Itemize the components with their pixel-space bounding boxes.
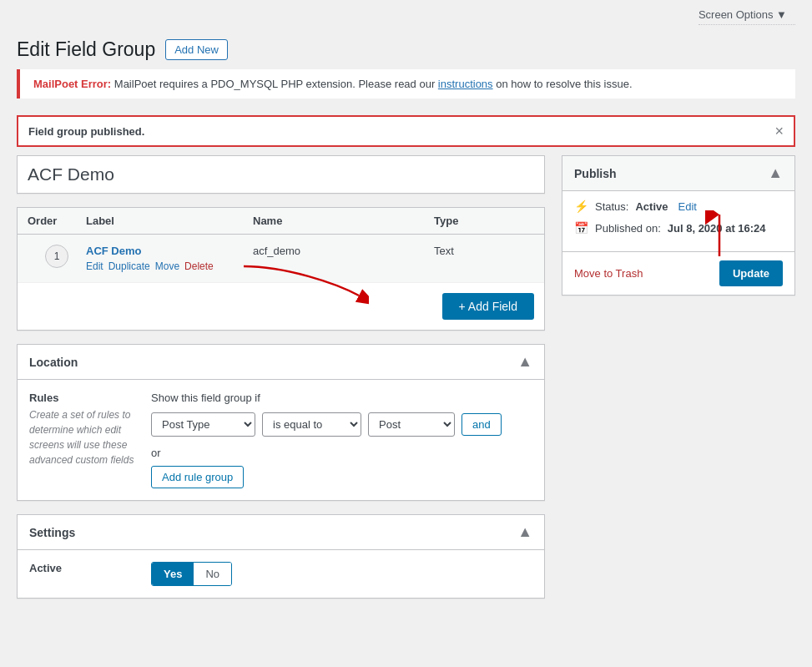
error-message: MailPoet requires a PDO_MYSQL PHP extens… [114,78,438,90]
location-toggle-icon: ▲ [517,353,532,371]
settings-content: Active Yes No [18,550,544,598]
status-label: Status: [595,200,628,213]
location-header[interactable]: Location ▲ [18,345,544,380]
status-edit-link[interactable]: Edit [678,200,697,213]
settings-header[interactable]: Settings ▲ [18,515,544,550]
settings-title: Settings [29,526,75,539]
toggle-no[interactable]: No [194,563,231,585]
table-row: 1 ACF Demo Edit Duplicate Move Delete [18,235,544,283]
update-button[interactable]: Update [719,260,783,286]
field-order: 1 [28,245,86,268]
publish-box: Publish ▲ ⚡ Status: Active Edit 📅 Publis… [562,155,795,296]
fields-table-header: Order Label Name Type [18,208,544,235]
publish-toggle-icon: ▲ [768,164,783,182]
error-suffix: on how to resolve this issue. [496,78,632,90]
page-title: Edit Field Group [17,38,155,61]
publish-title: Publish [574,167,617,180]
published-row: 📅 Published on: Jul 8, 2020 at 16:24 [574,221,783,235]
publish-box-header[interactable]: Publish ▲ [562,156,794,191]
or-label: or [151,447,532,459]
status-row: ⚡ Status: Active Edit [574,200,783,213]
and-button[interactable]: and [461,413,502,436]
rules-right: Show this field group if Post Type Page … [151,392,532,488]
field-group-title-input[interactable] [28,164,534,184]
field-group-title-box [17,155,545,194]
publish-footer: Move to Trash Update [562,251,794,295]
order-badge: 1 [45,245,68,268]
error-notice: MailPoet Error: MailPoet requires a PDO_… [17,69,795,99]
rules-row: Post Type Page Template Post Category is… [151,412,532,437]
col-order: Order [28,215,86,227]
rules-label: Rules [29,392,138,404]
field-name-cell: acf_demo [253,245,434,257]
condition-select[interactable]: Post Type Page Template Post Category [151,412,255,437]
error-link[interactable]: instructions [438,78,493,90]
add-rule-group-button[interactable]: Add rule group [151,466,244,488]
active-toggle[interactable]: Yes No [151,562,532,586]
delete-field-link[interactable]: Delete [184,260,214,272]
toggle-btn: Yes No [151,562,232,586]
add-field-button[interactable]: + Add Field [442,293,534,320]
settings-toggle-icon: ▲ [517,523,532,541]
add-field-area: + Add Field [18,283,544,330]
status-value: Active [635,200,668,213]
col-type: Type [434,215,534,227]
publish-content: ⚡ Status: Active Edit 📅 Published on: Ju… [562,191,794,251]
location-content: Rules Create a set of rules to determine… [18,380,544,500]
rules-description: Create a set of rules to determine which… [29,407,138,467]
published-label: Published on: [595,222,661,235]
active-label: Active [29,562,138,586]
screen-options-button[interactable]: Screen Options ▼ [699,5,795,25]
close-notice-button[interactable]: × [774,124,784,139]
add-new-button[interactable]: Add New [165,39,228,60]
col-name: Name [253,215,434,227]
location-title: Location [29,356,78,369]
fields-section: Order Label Name Type 1 ACF Demo Edit Du… [17,207,545,331]
published-value: Jul 8, 2020 at 16:24 [668,222,766,235]
move-field-link[interactable]: Move [155,260,179,272]
operator-select[interactable]: is equal to is not equal to [262,412,361,437]
move-trash-link[interactable]: Move to Trash [574,267,643,280]
location-section: Location ▲ Rules Create a set of rules t… [17,344,545,501]
edit-field-link[interactable]: Edit [86,260,103,272]
field-label-cell: ACF Demo Edit Duplicate Move Delete [86,245,253,272]
toggle-yes[interactable]: Yes [152,563,194,585]
col-label: Label [86,215,253,227]
field-row-actions: Edit Duplicate Move Delete [86,260,253,272]
duplicate-field-link[interactable]: Duplicate [108,260,150,272]
error-prefix: MailPoet Error: [33,78,111,90]
show-label: Show this field group if [151,392,532,404]
success-notice: Field group published. × [17,115,795,147]
success-text: Field group published. [28,125,144,138]
status-icon: ⚡ [574,200,588,213]
calendar-icon: 📅 [574,221,588,235]
field-label-link[interactable]: ACF Demo [86,245,253,257]
value-select[interactable]: Post Page Attachment [368,412,455,437]
field-type-cell: Text [434,245,534,257]
settings-section: Settings ▲ Active Yes No [17,514,545,599]
